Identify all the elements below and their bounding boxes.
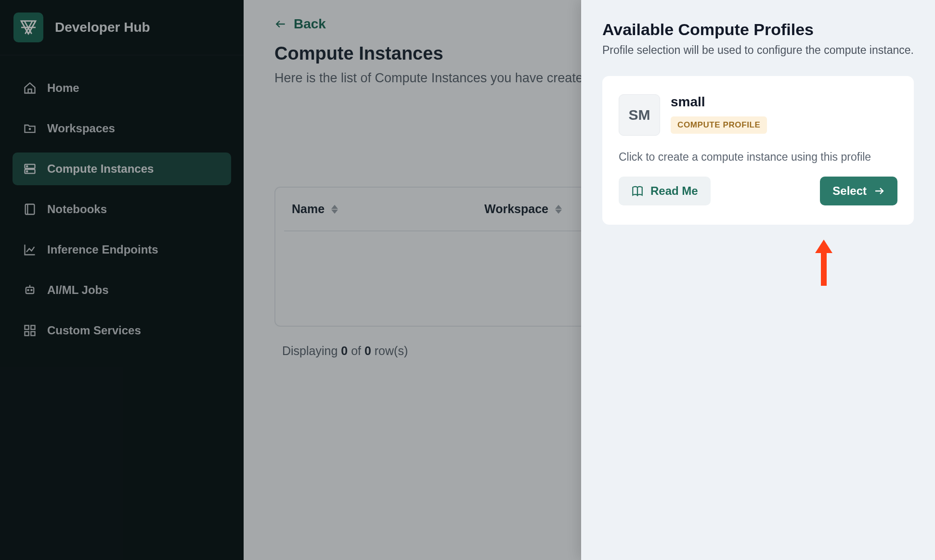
drawer-subtitle: Profile selection will be used to config… — [602, 44, 914, 57]
book-open-icon — [631, 185, 644, 197]
select-button-label: Select — [832, 184, 867, 198]
sidebar-item-home[interactable]: Home — [13, 72, 231, 104]
svg-point-4 — [26, 171, 27, 172]
sidebar-item-label: Notebooks — [47, 203, 107, 216]
bot-icon — [23, 283, 37, 297]
svg-point-3 — [26, 166, 27, 167]
readme-button-label: Read Me — [650, 184, 698, 198]
sort-icon — [555, 204, 562, 214]
profile-description: Click to create a compute instance using… — [619, 149, 897, 165]
sidebar-item-label: Inference Endpoints — [47, 243, 158, 256]
server-icon — [23, 162, 37, 176]
column-header-name[interactable]: Name — [292, 202, 484, 216]
home-icon — [23, 81, 37, 95]
profile-avatar: SM — [619, 94, 660, 136]
sidebar-item-label: Custom Services — [47, 324, 141, 337]
sidebar-item-notebooks[interactable]: Notebooks — [13, 193, 231, 226]
column-header-label: Name — [292, 202, 325, 216]
profile-tag: COMPUTE PROFILE — [671, 116, 767, 134]
svg-rect-5 — [26, 204, 35, 215]
sort-icon — [331, 204, 338, 214]
svg-point-8 — [31, 290, 32, 291]
svg-rect-12 — [31, 331, 35, 335]
arrow-left-icon — [274, 18, 287, 30]
sidebar-item-label: AI/ML Jobs — [47, 283, 109, 297]
sidebar: Developer Hub Home Workspaces Compute In… — [0, 0, 244, 560]
back-link[interactable]: Back — [274, 16, 326, 32]
select-button[interactable]: Select — [820, 177, 897, 205]
sidebar-header: Developer Hub — [0, 0, 244, 55]
sidebar-item-workspaces[interactable]: Workspaces — [13, 112, 231, 145]
sidebar-item-ai-ml-jobs[interactable]: AI/ML Jobs — [13, 274, 231, 306]
svg-rect-11 — [25, 331, 29, 335]
sidebar-item-inference-endpoints[interactable]: Inference Endpoints — [13, 233, 231, 266]
sidebar-item-label: Compute Instances — [47, 162, 154, 176]
drawer-title: Available Compute Profiles — [602, 20, 914, 39]
apps-icon — [23, 324, 37, 337]
sidebar-item-label: Workspaces — [47, 122, 115, 135]
sidebar-nav: Home Workspaces Compute Instances Notebo… — [0, 55, 244, 363]
chart-line-icon — [23, 243, 37, 256]
profiles-drawer: Available Compute Profiles Profile selec… — [581, 0, 935, 560]
profile-header: SM small COMPUTE PROFILE — [619, 94, 897, 136]
column-header-label: Workspace — [484, 202, 548, 216]
arrow-right-icon — [873, 185, 885, 197]
sidebar-item-label: Home — [47, 81, 79, 95]
notebook-icon — [23, 203, 37, 216]
profile-name: small — [671, 94, 767, 110]
sidebar-item-custom-services[interactable]: Custom Services — [13, 314, 231, 347]
profile-card-small: SM small COMPUTE PROFILE Click to create… — [602, 76, 914, 225]
profile-actions: Read Me Select — [619, 177, 897, 205]
back-label: Back — [294, 16, 326, 32]
annotation-arrow-icon — [812, 240, 835, 288]
sidebar-item-compute-instances[interactable]: Compute Instances — [13, 153, 231, 185]
app-logo-icon — [13, 13, 43, 42]
folder-icon — [23, 122, 37, 135]
app-title: Developer Hub — [55, 20, 150, 35]
svg-rect-10 — [31, 326, 35, 330]
readme-button[interactable]: Read Me — [619, 177, 711, 205]
svg-rect-9 — [25, 326, 29, 330]
svg-point-7 — [27, 290, 28, 291]
svg-point-0 — [29, 128, 30, 129]
